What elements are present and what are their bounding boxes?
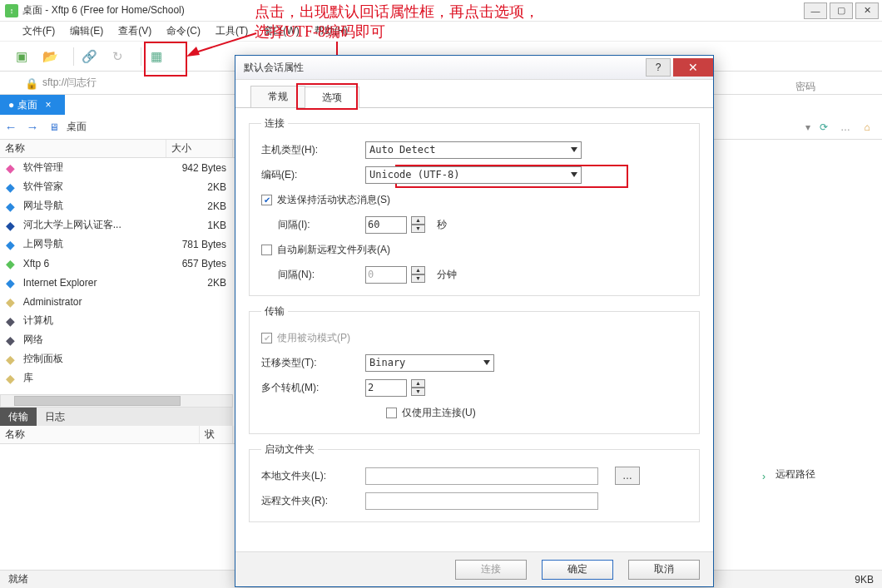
tab-log[interactable]: 日志 bbox=[37, 408, 73, 426]
file-name: 库 bbox=[23, 371, 169, 385]
list-item[interactable]: ◆网络 bbox=[0, 330, 235, 349]
cancel-button[interactable]: 取消 bbox=[628, 560, 700, 580]
host-type-label: 主机类型(H): bbox=[261, 143, 365, 157]
file-size: 2KB bbox=[169, 181, 235, 193]
file-size: 2KB bbox=[169, 277, 235, 289]
file-icon: ◆ bbox=[3, 256, 18, 271]
autorefresh-checkbox[interactable] bbox=[261, 245, 272, 255]
menu-file[interactable]: 文件(F) bbox=[15, 24, 62, 38]
list-header: 名称 大小 bbox=[0, 140, 235, 158]
file-icon: ◆ bbox=[3, 294, 18, 309]
log-col-name[interactable]: 名称 bbox=[0, 426, 200, 443]
dropdown-caret-icon[interactable]: ▾ bbox=[805, 121, 810, 133]
list-item[interactable]: ◆上网导航781 Bytes bbox=[0, 235, 235, 254]
only-primary-checkbox[interactable] bbox=[386, 408, 397, 418]
new-session-icon[interactable]: ▣ bbox=[12, 47, 32, 67]
open-folder-icon[interactable]: 📂 bbox=[40, 47, 60, 67]
password-label: 密码 bbox=[795, 80, 815, 94]
dialog-close-button[interactable]: ✕ bbox=[673, 58, 713, 77]
menu-edit[interactable]: 编辑(E) bbox=[62, 24, 111, 38]
list-item[interactable]: ◆Internet Explorer2KB bbox=[0, 273, 235, 292]
expand-arrow-icon[interactable]: › bbox=[762, 471, 766, 482]
annotation-text-1: 点击，出现默认回话属性框，再点击选项， bbox=[255, 2, 539, 22]
tab-transfer[interactable]: 传输 bbox=[0, 408, 37, 426]
file-name: 河北大学上网认证客... bbox=[23, 218, 169, 232]
ok-button[interactable]: 确定 bbox=[542, 560, 613, 580]
refresh-icon[interactable]: ⟳ bbox=[815, 119, 832, 136]
close-button[interactable]: ✕ bbox=[855, 2, 879, 19]
window-title: 桌面 - Xftp 6 (Free for Home/School) bbox=[22, 3, 185, 17]
back-icon[interactable]: ← bbox=[0, 120, 22, 134]
passive-checkbox[interactable]: ✔ bbox=[261, 333, 272, 343]
spin-up-icon[interactable]: ▲ bbox=[411, 216, 425, 225]
remote-folder-label: 远程文件夹(R): bbox=[261, 494, 365, 508]
log-col-status[interactable]: 状 bbox=[200, 426, 233, 443]
list-item[interactable]: ◆库 bbox=[0, 368, 235, 388]
file-icon: ◆ bbox=[3, 180, 18, 195]
col-size[interactable]: 大小 bbox=[166, 140, 233, 157]
annotation-box-tab-options bbox=[296, 83, 358, 110]
menu-command[interactable]: 命令(C) bbox=[159, 24, 208, 38]
interval-n-spinner[interactable]: 0 bbox=[365, 266, 407, 284]
menu-tools[interactable]: 工具(T) bbox=[208, 24, 255, 38]
spin-down-icon[interactable]: ▼ bbox=[411, 225, 425, 233]
spin-down-icon[interactable]: ▼ bbox=[411, 274, 425, 283]
sidebar-tab-desktop[interactable]: ● 桌面× bbox=[0, 95, 65, 115]
host-type-combo[interactable]: Auto Detect bbox=[365, 141, 582, 159]
caret-icon bbox=[571, 147, 577, 152]
spin-up-icon[interactable]: ▲ bbox=[411, 266, 425, 274]
forward-icon[interactable]: → bbox=[22, 120, 43, 134]
menu-view[interactable]: 查看(V) bbox=[111, 24, 159, 38]
remote-folder-input[interactable] bbox=[365, 492, 598, 510]
caret-icon bbox=[483, 360, 490, 365]
file-name: 软件管家 bbox=[23, 180, 169, 194]
file-name: Administrator bbox=[23, 296, 169, 308]
browse-button[interactable]: … bbox=[615, 467, 640, 485]
passive-label: 使用被动模式(P) bbox=[277, 331, 350, 345]
annotation-text-2: 选择UTF-8编码即可 bbox=[255, 22, 385, 42]
annotation-box-toolbar bbox=[144, 42, 187, 77]
dialog-footer: 连接 确定 取消 bbox=[235, 551, 713, 586]
list-item[interactable]: ◆网址导航2KB bbox=[0, 196, 235, 215]
spin-down-icon[interactable]: ▼ bbox=[411, 388, 425, 396]
file-icon: ◆ bbox=[3, 333, 18, 348]
dialog-titlebar: 默认会话属性 ? ✕ bbox=[235, 56, 713, 80]
col-name[interactable]: 名称 bbox=[0, 140, 166, 157]
maximize-button[interactable]: ▢ bbox=[830, 2, 853, 19]
home-icon[interactable]: ⌂ bbox=[859, 119, 875, 136]
interval-label: 间隔(I): bbox=[261, 218, 365, 232]
minimize-button[interactable]: — bbox=[804, 2, 827, 19]
horizontal-scrollbar[interactable] bbox=[0, 394, 233, 408]
list-item[interactable]: ◆软件管理942 Bytes bbox=[0, 158, 235, 177]
list-item[interactable]: ◆计算机 bbox=[0, 311, 235, 330]
multi-conn-spinner[interactable]: 2 bbox=[365, 379, 407, 397]
list-item[interactable]: ◆软件管家2KB bbox=[0, 177, 235, 196]
encoding-label: 编码(E): bbox=[261, 168, 365, 182]
file-icon: ◆ bbox=[3, 352, 18, 367]
spin-up-icon[interactable]: ▲ bbox=[411, 379, 425, 388]
file-name: 网址导航 bbox=[23, 199, 169, 213]
file-size: 2KB bbox=[169, 200, 235, 212]
file-name: Xftp 6 bbox=[23, 258, 169, 269]
list-item[interactable]: ◆河北大学上网认证客...1KB bbox=[0, 215, 235, 235]
local-folder-input[interactable] bbox=[365, 467, 598, 485]
up-icon[interactable]: … bbox=[837, 119, 854, 136]
scrollbar-thumb[interactable] bbox=[14, 396, 181, 406]
connect-button[interactable]: 连接 bbox=[455, 560, 527, 580]
list-item[interactable]: ◆Xftp 6657 Bytes bbox=[0, 254, 235, 273]
help-button[interactable]: ? bbox=[646, 58, 671, 77]
encoding-combo[interactable]: Unicode (UTF-8) bbox=[365, 166, 582, 184]
address-input[interactable] bbox=[41, 77, 207, 90]
reconnect-icon[interactable]: ↻ bbox=[107, 47, 127, 67]
interval-spinner[interactable]: 60 bbox=[365, 216, 407, 234]
list-item[interactable]: ◆Administrator bbox=[0, 292, 235, 311]
tab-close-icon[interactable]: × bbox=[46, 99, 52, 111]
link-icon[interactable]: 🔗 bbox=[79, 47, 99, 67]
log-header: 名称 状 bbox=[0, 426, 235, 444]
status-size: 9KB bbox=[855, 574, 874, 586]
list-item[interactable]: ◆控制面板 bbox=[0, 349, 235, 368]
keepalive-checkbox[interactable]: ✔ bbox=[261, 195, 272, 205]
transfer-type-combo[interactable]: Binary bbox=[365, 354, 494, 372]
file-icon: ◆ bbox=[3, 371, 18, 386]
default-session-dialog: 默认会话属性 ? ✕ 常规 选项 连接 主机类型(H): Auto Detect… bbox=[235, 55, 714, 587]
